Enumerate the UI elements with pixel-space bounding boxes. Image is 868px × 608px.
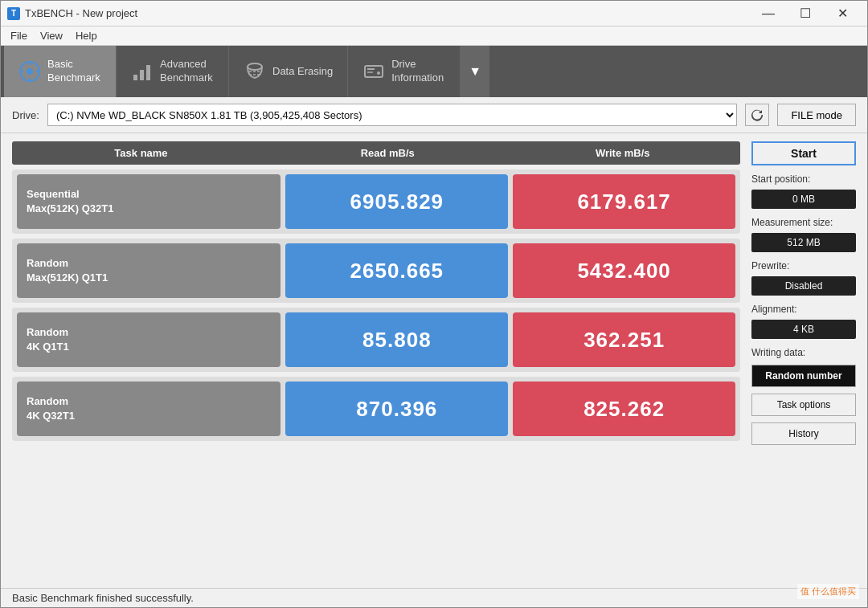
task-options-button[interactable]: Task options xyxy=(751,394,856,416)
bench-write-random-512k: 5432.400 xyxy=(513,243,735,298)
drive-label: Drive: xyxy=(12,109,39,121)
bench-header: Task name Read mB/s Write mB/s xyxy=(12,141,740,165)
window-title: TxBENCH - New project xyxy=(25,7,137,19)
file-mode-button[interactable]: FILE mode xyxy=(777,104,856,126)
status-message: Basic Benchmark finished successfully. xyxy=(12,592,194,604)
tab-data-erasing[interactable]: Data Erasing xyxy=(229,46,348,97)
bench-row-sequential: SequentialMax(512K) Q32T1 6905.829 6179.… xyxy=(12,169,740,234)
svg-point-9 xyxy=(248,63,262,70)
bench-read-random-512k: 2650.665 xyxy=(285,243,508,298)
start-position-label: Start position: xyxy=(751,173,856,185)
measurement-size-label: Measurement size: xyxy=(751,217,856,228)
bench-name-random-512k: RandomMax(512K) Q1T1 xyxy=(17,243,280,298)
writing-data-label: Writing data: xyxy=(751,347,856,358)
alignment-value: 4 KB xyxy=(751,320,856,339)
header-task-name: Task name xyxy=(12,141,270,165)
tab-drive-information-label: DriveInformation xyxy=(391,58,444,85)
status-bar: Basic Benchmark finished successfully. xyxy=(1,588,867,607)
prewrite-value: Disabled xyxy=(751,276,856,296)
basic-benchmark-icon xyxy=(18,60,41,83)
drive-information-icon xyxy=(362,60,385,83)
alignment-label: Alignment: xyxy=(751,304,856,315)
bench-name-sequential: SequentialMax(512K) Q32T1 xyxy=(17,174,280,229)
start-button[interactable]: Start xyxy=(751,141,856,165)
bench-write-random-4k-q32t1: 825.262 xyxy=(513,382,735,436)
start-position-value: 0 MB xyxy=(751,190,856,209)
menu-bar: File View Help xyxy=(1,27,867,46)
tab-basic-benchmark-label: BasicBenchmark xyxy=(47,58,100,85)
tab-basic-benchmark[interactable]: BasicBenchmark xyxy=(4,46,117,97)
bench-write-sequential: 6179.617 xyxy=(513,174,735,229)
bench-row-random-512k: RandomMax(512K) Q1T1 2650.665 5432.400 xyxy=(12,239,740,303)
right-panel: Start Start position: 0 MB Measurement s… xyxy=(751,141,856,580)
svg-rect-8 xyxy=(146,65,150,80)
title-bar: T TxBENCH - New project — ☐ ✕ xyxy=(1,1,867,27)
tab-advanced-benchmark-label: AdvancedBenchmark xyxy=(160,58,213,85)
writing-data-button[interactable]: Random number xyxy=(751,365,856,387)
menu-help[interactable]: Help xyxy=(69,28,104,43)
header-read: Read mB/s xyxy=(270,141,506,165)
bench-read-sequential: 6905.829 xyxy=(285,174,508,229)
bench-row-random-4k-q1t1: Random4K Q1T1 85.808 362.251 xyxy=(12,308,740,372)
bench-name-random-4k-q32t1: Random4K Q32T1 xyxy=(17,382,280,436)
maximize-button[interactable]: ☐ xyxy=(787,1,824,27)
prewrite-label: Prewrite: xyxy=(751,260,856,271)
advanced-benchmark-icon xyxy=(131,60,154,83)
svg-rect-12 xyxy=(365,66,383,77)
menu-view[interactable]: View xyxy=(34,28,69,43)
drive-bar: Drive: (C:) NVMe WD_BLACK SN850X 1.81 TB… xyxy=(1,97,867,133)
svg-point-13 xyxy=(377,71,380,75)
data-erasing-icon xyxy=(244,60,266,83)
tab-drive-information[interactable]: DriveInformation xyxy=(348,46,461,97)
window-controls: — ☐ ✕ xyxy=(750,1,861,27)
refresh-icon xyxy=(751,108,764,121)
svg-rect-7 xyxy=(140,70,144,80)
drive-select[interactable]: (C:) NVMe WD_BLACK SN850X 1.81 TB (3,905… xyxy=(47,104,737,126)
app-icon: T xyxy=(7,7,20,20)
tab-data-erasing-label: Data Erasing xyxy=(272,65,333,79)
toolbar-more-button[interactable]: ▼ xyxy=(461,46,489,97)
benchmark-table: Task name Read mB/s Write mB/s Sequentia… xyxy=(12,141,740,580)
drive-refresh-button[interactable] xyxy=(745,104,769,126)
close-button[interactable]: ✕ xyxy=(824,1,861,27)
bench-row-random-4k-q32t1: Random4K Q32T1 870.396 825.262 xyxy=(12,377,740,441)
svg-point-1 xyxy=(27,68,33,75)
bench-read-random-4k-q1t1: 85.808 xyxy=(285,312,508,367)
header-write: Write mB/s xyxy=(505,141,740,165)
bench-write-random-4k-q1t1: 362.251 xyxy=(513,312,735,367)
toolbar: BasicBenchmark AdvancedBenchmark xyxy=(1,46,867,97)
history-button[interactable]: History xyxy=(751,422,856,445)
svg-rect-6 xyxy=(133,75,137,80)
bench-read-random-4k-q32t1: 870.396 xyxy=(285,382,508,436)
menu-file[interactable]: File xyxy=(4,28,34,43)
minimize-button[interactable]: — xyxy=(750,1,787,27)
tab-advanced-benchmark[interactable]: AdvancedBenchmark xyxy=(117,46,229,97)
measurement-size-value: 512 MB xyxy=(751,233,856,252)
main-content: Task name Read mB/s Write mB/s Sequentia… xyxy=(1,133,867,588)
bench-name-random-4k-q1t1: Random4K Q1T1 xyxy=(17,312,280,367)
